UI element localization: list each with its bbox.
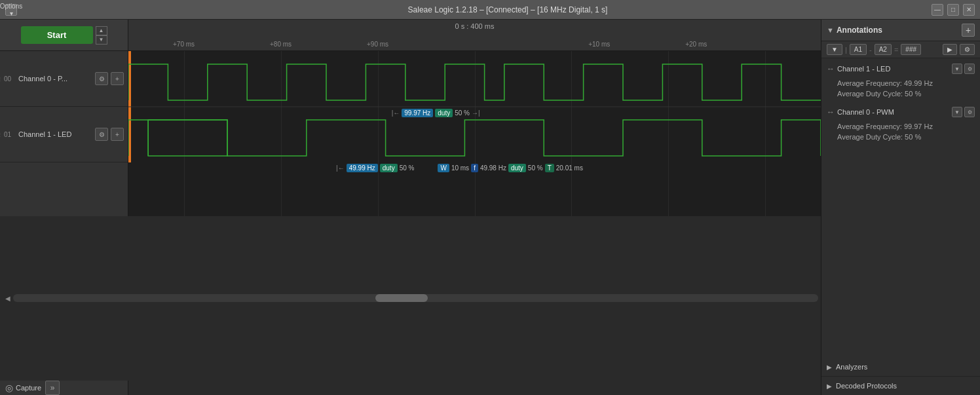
ann-separator-1: | <box>845 46 847 54</box>
ch1-duty2-tag: duty <box>508 164 526 172</box>
ch1-w-tag: W <box>438 164 449 172</box>
waveform-area[interactable]: |← 99.97 Hz duty 50 % →| |← 49.99 Hz dut… <box>128 51 821 216</box>
capture-circle-icon: ◎ <box>5 383 13 393</box>
scrollbar-thumb[interactable] <box>375 294 428 302</box>
ch1-duty-tag: duty <box>380 164 398 172</box>
ann-a2-button[interactable]: A2 <box>875 44 892 55</box>
annotations-content: ↔ Channel 1 - LED ▼ ⚙ Average Frequency:… <box>821 58 980 358</box>
ann-ch1-dropdown[interactable]: ▼ <box>952 64 962 74</box>
ch1-w-val: 10 ms <box>451 164 469 172</box>
ann-play-button[interactable]: ▶ <box>943 44 957 55</box>
ann-hash-button[interactable]: ### <box>901 44 921 55</box>
ch1-measure-arrow-left: |← <box>336 164 345 172</box>
channel-0-gear-button[interactable]: ⚙ <box>95 72 108 85</box>
minimize-button[interactable]: — <box>932 4 943 16</box>
channel-1-icons: ⚙ + <box>95 128 124 141</box>
time-ticks: +70 ms +80 ms +90 ms +10 ms +20 ms <box>128 30 821 50</box>
start-arrow-up[interactable]: ▲ <box>96 26 107 35</box>
start-button-area: Start ▲ ▼ <box>0 20 128 50</box>
scrollbar-area[interactable]: ◀ <box>0 216 821 381</box>
ann-ch1-avg-freq: Average Frequency: 49.99 Hz <box>827 78 975 88</box>
ch1-duty-val: 50 % <box>400 164 415 172</box>
ch0-duty-val: 50 % <box>455 109 470 117</box>
start-button[interactable]: Start <box>21 26 93 44</box>
timeline-scale: 0 s : 400 ms +70 ms +80 ms +90 ms +10 ms… <box>128 20 821 50</box>
ann-ch0-arrows: ↔ <box>827 107 835 117</box>
channel-labels: ⋮⋮ 00 Channel 0 - P... ⚙ + ⋮⋮ 01 Channel… <box>0 51 128 216</box>
analyzers-section-header[interactable]: ▶ Analyzers <box>821 358 980 376</box>
right-panel: ▼ Annotations + ▼ | A1 - A2 = ### ▶ ⚙ <box>821 20 980 395</box>
options-button[interactable]: Options ▾ <box>5 4 17 16</box>
ch0-measurements: |← 99.97 Hz duty 50 % →| <box>392 109 480 117</box>
channel-0-add-button[interactable]: + <box>111 72 124 85</box>
analyzers-triangle-icon: ▶ <box>827 364 832 371</box>
ch1-measurements: |← 49.99 Hz duty 50 % W 10 ms f 49.98 Hz… <box>336 164 583 172</box>
channel-0-icons: ⚙ + <box>95 72 124 85</box>
capture-button[interactable]: ◎ Capture <box>5 383 41 393</box>
ch0-freq-tag: 99.97 Hz <box>402 109 433 117</box>
ann-ch0-avg-duty: Average Duty Cycle: 50 % <box>827 132 975 142</box>
ann-ch0-dropdown[interactable]: ▼ <box>952 107 962 117</box>
channel-1-label-row: ⋮⋮ 01 Channel 1 - LED ⚙ + <box>0 107 128 162</box>
annotations-add-button[interactable]: + <box>962 24 975 37</box>
ann-filter-button[interactable]: ▼ <box>827 44 842 55</box>
annotations-header: ▼ Annotations + <box>821 20 980 41</box>
channel-0-drag-handle[interactable]: ⋮⋮ <box>0 51 5 106</box>
annotations-collapse-icon[interactable]: ▼ <box>827 26 834 34</box>
options-label: Options ▾ <box>0 3 22 17</box>
ann-separator-3: = <box>894 46 898 54</box>
ch1-duty2-val: 50 % <box>528 164 543 172</box>
capture-forward-button[interactable]: » <box>45 381 60 395</box>
scroll-left-arrow[interactable]: ◀ <box>3 293 13 303</box>
decoded-protocols-label: Decoded Protocols <box>836 382 897 390</box>
timeline-header: Start ▲ ▼ 0 s : 400 ms +70 ms +80 ms +90… <box>0 20 821 51</box>
channels-wrapper: ⋮⋮ 00 Channel 0 - P... ⚙ + ⋮⋮ 01 Channel… <box>0 51 821 216</box>
tick-70ms: +70 ms <box>173 41 195 48</box>
forward-icon: » <box>50 383 55 392</box>
tick-80ms: +80 ms <box>270 41 292 48</box>
ann-channel-0-name: Channel 0 - PWM <box>837 108 949 116</box>
channel-0-name: Channel 0 - P... <box>18 75 95 83</box>
ann-channel-1-section: ↔ Channel 1 - LED ▼ ⚙ Average Frequency:… <box>827 64 975 99</box>
ann-ch1-arrows: ↔ <box>827 64 835 73</box>
channel-1-drag-handle[interactable]: ⋮⋮ <box>0 107 5 162</box>
ch1-f-val: 49.98 Hz <box>480 164 506 172</box>
maximize-button[interactable]: □ <box>947 4 959 16</box>
main-layout: Start ▲ ▼ 0 s : 400 ms +70 ms +80 ms +90… <box>0 20 980 395</box>
ch0-duty-tag: duty <box>435 109 453 117</box>
channel-1-name: Channel 1 - LED <box>18 130 95 138</box>
channel-1-add-button[interactable]: + <box>111 128 124 141</box>
ch1-freq-tag: 49.99 Hz <box>347 164 378 172</box>
ann-ch0-gear[interactable]: ⚙ <box>964 107 975 117</box>
tick-90ms: +90 ms <box>367 41 388 48</box>
ch1-t-tag: T <box>545 164 554 172</box>
ch0-measure-arrow-left: |← <box>392 109 400 117</box>
ann-channel-1-name: Channel 1 - LED <box>837 65 949 73</box>
bottom-capture-bar: ◎ Capture » <box>0 381 128 395</box>
ann-channel-0-header: ↔ Channel 0 - PWM ▼ ⚙ <box>827 107 975 117</box>
start-button-arrows: ▲ ▼ <box>96 26 107 45</box>
channel-1-gear-button[interactable]: ⚙ <box>95 128 108 141</box>
ann-ch1-gear[interactable]: ⚙ <box>964 64 975 74</box>
ann-channel-1-header: ↔ Channel 1 - LED ▼ ⚙ <box>827 64 975 74</box>
start-arrow-down[interactable]: ▼ <box>96 35 107 45</box>
ann-gear-button[interactable]: ⚙ <box>960 44 975 55</box>
analyzers-label: Analyzers <box>836 363 867 371</box>
waveform-svg <box>128 51 821 162</box>
channel-0-label-row: ⋮⋮ 00 Channel 0 - P... ⚙ + <box>0 51 128 107</box>
scrollbar-track[interactable] <box>13 294 818 302</box>
window-controls: — □ ✕ <box>932 4 975 16</box>
ann-a1-button[interactable]: A1 <box>850 44 867 55</box>
annotations-title: Annotations <box>837 26 959 35</box>
close-button[interactable]: ✕ <box>963 4 975 16</box>
ann-ch1-avg-duty: Average Duty Cycle: 50 % <box>827 88 975 99</box>
content-area: Start ▲ ▼ 0 s : 400 ms +70 ms +80 ms +90… <box>0 20 980 395</box>
decoded-protocols-section-header[interactable]: ▶ Decoded Protocols <box>821 376 980 395</box>
tick-20ms: +20 ms <box>685 41 707 48</box>
ann-ch1-controls: ▼ ⚙ <box>952 64 975 74</box>
ann-channel-0-section: ↔ Channel 0 - PWM ▼ ⚙ Average Frequency:… <box>827 107 975 142</box>
ch0-measure-arrow-right: →| <box>472 109 480 117</box>
left-panel: Start ▲ ▼ 0 s : 400 ms +70 ms +80 ms +90… <box>0 20 821 395</box>
ann-ch0-controls: ▼ ⚙ <box>952 107 975 117</box>
time-center-label: 0 s : 400 ms <box>128 20 821 30</box>
